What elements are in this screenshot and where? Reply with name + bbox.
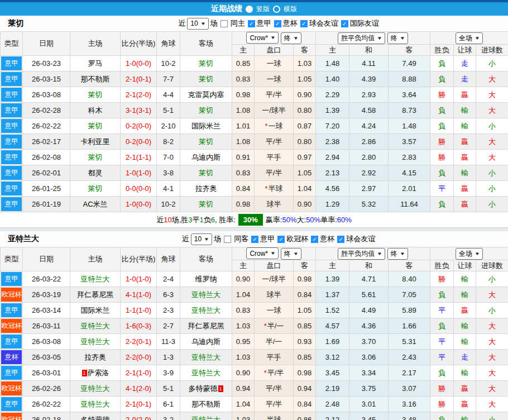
league-checkbox[interactable]: ✓ bbox=[300, 20, 308, 27]
league-checkbox[interactable]: ✓ bbox=[251, 236, 258, 243]
away-team-name[interactable]: 亚特兰大 bbox=[191, 369, 221, 377]
home-team-name[interactable]: 那不勒斯 bbox=[81, 75, 110, 83]
league-badge[interactable]: 意甲 bbox=[1, 56, 22, 70]
home-team-name[interactable]: 都灵 bbox=[88, 169, 103, 177]
league-badge[interactable]: 意甲 bbox=[1, 366, 22, 380]
league-badge[interactable]: 意甲 bbox=[1, 335, 22, 349]
red-card-icon: 1 bbox=[218, 385, 223, 392]
league-badge[interactable]: 欧冠杯 bbox=[1, 381, 22, 395]
mean-time-select[interactable]: 终▼ bbox=[387, 248, 408, 260]
home-team-name[interactable]: 科木 bbox=[88, 106, 103, 114]
match-score: 4-1(1-0) bbox=[121, 287, 157, 303]
result-wdl: 負 bbox=[430, 56, 454, 71]
home-team-name[interactable]: 亚特兰大 bbox=[81, 400, 110, 408]
home-team-name[interactable]: 亚特兰大 bbox=[81, 275, 110, 283]
league-badge[interactable]: 意甲 bbox=[1, 150, 22, 164]
mean-time-select[interactable]: 终▼ bbox=[387, 32, 408, 44]
home-team-name[interactable]: 莱切 bbox=[88, 184, 103, 193]
home-team-name[interactable]: 亚特兰大 bbox=[81, 322, 110, 330]
league-checkbox[interactable]: ✓ bbox=[248, 20, 255, 27]
league-checkbox[interactable]: ✓ bbox=[277, 236, 285, 243]
scope-select[interactable]: 全场▼ bbox=[456, 32, 483, 44]
away-team-name[interactable]: 亚特兰大 bbox=[191, 416, 221, 420]
radio-vertical[interactable] bbox=[246, 6, 253, 13]
away-team-name[interactable]: 乌迪内斯 bbox=[191, 337, 221, 346]
league-checkbox[interactable]: ✓ bbox=[274, 20, 281, 27]
league-badge[interactable]: 意甲 bbox=[1, 272, 22, 286]
league-badge[interactable]: 意甲 bbox=[1, 397, 22, 411]
mean-home: 3.45 bbox=[316, 365, 349, 381]
home-team-name[interactable]: 莱切 bbox=[88, 153, 103, 161]
home-team-name[interactable]: 多特蒙德 bbox=[81, 416, 110, 420]
league-checkbox[interactable]: ✓ bbox=[311, 236, 318, 243]
league-badge[interactable]: 意杯 bbox=[1, 350, 22, 364]
home-team-name[interactable]: 拉齐奥 bbox=[84, 353, 106, 361]
result-wdl: 負 bbox=[430, 412, 454, 420]
league-badge[interactable]: 意甲 bbox=[1, 166, 22, 180]
home-team-name[interactable]: AC米兰 bbox=[83, 200, 107, 208]
home-team-name[interactable]: 莱切 bbox=[88, 90, 103, 99]
radio-vertical-label[interactable]: 竖版 bbox=[256, 4, 270, 14]
mean-select[interactable]: 胜平负均值▼ bbox=[338, 32, 385, 44]
home-team-name[interactable]: 国际米兰 bbox=[81, 306, 110, 314]
mean-select[interactable]: 胜平负均值▼ bbox=[338, 248, 385, 260]
league-badge[interactable]: 意甲 bbox=[1, 197, 22, 211]
league-badge[interactable]: 意甲 bbox=[1, 88, 22, 102]
away-team-name[interactable]: 亚特兰大 bbox=[191, 290, 221, 299]
match-count-select[interactable]: 10▼ bbox=[187, 18, 208, 30]
away-team-name[interactable]: 拜仁慕尼黑 bbox=[188, 322, 224, 330]
scope-select[interactable]: 全场▼ bbox=[456, 248, 483, 260]
away-team-name[interactable]: 多特蒙德 bbox=[189, 384, 218, 393]
away-team-name[interactable]: 国际米兰 bbox=[191, 122, 221, 130]
summary-text: 平 bbox=[193, 215, 200, 225]
away-team-name[interactable]: 莱切 bbox=[199, 75, 213, 83]
home-team-name[interactable]: 亚特兰大 bbox=[81, 384, 110, 393]
odds-company-select[interactable]: Crow*▼ bbox=[246, 247, 279, 259]
league-checkbox[interactable]: ✓ bbox=[337, 236, 344, 243]
away-team-name[interactable]: 莱切 bbox=[199, 106, 213, 114]
league-badge[interactable]: 意甲 bbox=[1, 72, 22, 86]
away-team-name[interactable]: 莱切 bbox=[199, 59, 213, 68]
home-team-name[interactable]: 萨索洛 bbox=[88, 369, 109, 377]
home-team-name[interactable]: 卡利亚里 bbox=[81, 137, 110, 146]
match-count-select[interactable]: 10▼ bbox=[191, 233, 212, 245]
home-team-name[interactable]: 罗马 bbox=[88, 59, 103, 68]
away-team-name[interactable]: 亚特兰大 bbox=[191, 353, 221, 361]
away-team-name[interactable]: 乌迪内斯 bbox=[191, 153, 221, 161]
match-date: 26-02-17 bbox=[23, 134, 70, 150]
mean-away: 2.43 bbox=[389, 350, 430, 365]
same-venue-checkbox[interactable] bbox=[224, 236, 231, 243]
handicap: 平/半 bbox=[255, 381, 294, 397]
league-checkbox[interactable]: ✓ bbox=[341, 20, 348, 27]
odds-time-select[interactable]: 终▼ bbox=[281, 248, 301, 260]
radio-horizontal[interactable] bbox=[273, 6, 280, 13]
away-team-name[interactable]: 那不勒斯 bbox=[191, 400, 221, 408]
league-badge[interactable]: 意甲 bbox=[1, 119, 22, 133]
league-badge[interactable]: 意甲 bbox=[1, 103, 22, 117]
home-team-name[interactable]: 拜仁慕尼黑 bbox=[77, 290, 113, 299]
odds-time-select[interactable]: 终▼ bbox=[281, 32, 301, 44]
home-team-name[interactable]: 亚特兰大 bbox=[81, 337, 110, 346]
league-badge[interactable]: 意甲 bbox=[1, 303, 22, 317]
league-badge[interactable]: 欧冠杯 bbox=[1, 319, 22, 333]
same-venue-label: 同主 bbox=[231, 18, 245, 28]
same-venue-checkbox[interactable] bbox=[221, 20, 228, 27]
chevron-down-icon: ▼ bbox=[293, 251, 298, 256]
league-badge[interactable]: 意甲 bbox=[1, 182, 22, 195]
radio-horizontal-label[interactable]: 横版 bbox=[284, 4, 297, 14]
odds-company-select[interactable]: Crow*▼ bbox=[246, 32, 279, 44]
away-team-name[interactable]: 维罗纳 bbox=[195, 275, 217, 283]
result-goals: 大 bbox=[476, 287, 508, 303]
home-team-name[interactable]: 莱切 bbox=[88, 122, 103, 130]
league-badge[interactable]: 欧冠杯 bbox=[1, 413, 22, 420]
away-team-name[interactable]: 莱切 bbox=[199, 137, 213, 146]
away-team-name[interactable]: 亚特兰大 bbox=[191, 306, 221, 314]
away-team-name[interactable]: 莱切 bbox=[199, 200, 213, 208]
league-badge[interactable]: 欧冠杯 bbox=[1, 288, 22, 302]
away-team-name[interactable]: 克雷莫内塞 bbox=[188, 90, 224, 99]
league-badge[interactable]: 意甲 bbox=[1, 135, 22, 149]
home-team: 多特蒙德 bbox=[70, 412, 121, 420]
away-team-name[interactable]: 莱切 bbox=[199, 169, 213, 177]
away-team-name[interactable]: 拉齐奥 bbox=[195, 184, 217, 193]
match-date: 26-03-15 bbox=[23, 71, 70, 87]
